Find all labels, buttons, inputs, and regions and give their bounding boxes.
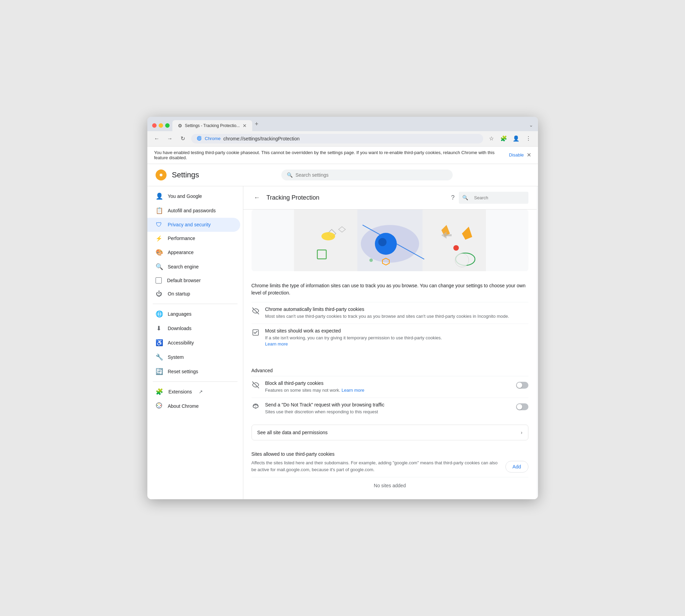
sidebar-label-appearance: Appearance [168, 250, 194, 255]
sidebar-item-system[interactable]: 🔧 System [147, 350, 240, 364]
site-data-section: See all site data and permissions › [243, 425, 537, 446]
learn-more-link-2[interactable]: Learn more [342, 388, 364, 393]
help-icon[interactable]: ? [451, 194, 454, 201]
content-search-input[interactable] [470, 193, 525, 202]
dnt-title: Send a "Do Not Track" request with your … [265, 402, 511, 407]
sidebar-item-on-startup[interactable]: ⏻ On startup [147, 287, 240, 301]
dnt-content: Send a "Do Not Track" request with your … [265, 402, 511, 415]
svg-point-23 [453, 245, 459, 251]
dnt-desc: Sites use their discretion when respondi… [265, 409, 511, 415]
back-button[interactable]: ← [152, 134, 162, 143]
sidebar-label-you-and-google: You and Google [168, 193, 202, 199]
cookie-limit-content: Chrome automatically limits third-party … [265, 306, 528, 319]
forward-button[interactable]: → [165, 134, 175, 143]
bookmark-button[interactable]: ☆ [487, 134, 496, 143]
maximize-button[interactable] [165, 123, 170, 128]
extensions-button[interactable]: 🧩 [499, 134, 509, 143]
sites-work-desc: If a site isn't working, you can try giv… [265, 335, 528, 347]
svg-point-20 [369, 259, 373, 262]
address-bar[interactable]: 🌀 Chrome chrome://settings/trackingProte… [191, 134, 483, 143]
settings-page-title: Settings [172, 171, 199, 179]
site-data-row[interactable]: See all site data and permissions › [252, 425, 528, 440]
search-engine-icon: 🔍 [156, 263, 162, 271]
right-spacer [537, 186, 538, 500]
sidebar-item-about[interactable]: About Chrome [147, 399, 240, 414]
person-icon: 👤 [156, 192, 162, 200]
sidebar-divider-1 [153, 304, 237, 304]
advanced-section: Advanced Block all third-party cookies [243, 357, 537, 425]
new-tab-button[interactable]: + [252, 121, 261, 131]
sidebar-item-accessibility[interactable]: ♿ Accessibility [147, 336, 240, 350]
sidebar-label-autofill: Autofill and passwords [168, 208, 216, 213]
sidebar-item-you-and-google[interactable]: 👤 You and Google [147, 189, 240, 203]
svg-point-4 [158, 403, 159, 404]
traffic-lights [152, 123, 170, 131]
sidebar-item-extensions[interactable]: 🧩 Extensions ↗ [147, 385, 243, 399]
no-sites-label: No sites added [252, 477, 528, 494]
profile-button[interactable]: 👤 [511, 134, 521, 143]
tab-favicon: ⚙ [178, 123, 182, 128]
svg-point-18 [378, 238, 387, 246]
active-tab[interactable]: ⚙ Settings - Tracking Protectio... ✕ [172, 120, 252, 131]
sites-desc: Affects the sites listed here and their … [252, 460, 500, 473]
sites-title: Sites allowed to use third-party cookies [252, 451, 528, 457]
about-icon [156, 402, 162, 410]
block-cookies-desc: Features on some sites may not work. Lea… [265, 387, 511, 393]
sidebar-label-about: About Chrome [168, 403, 199, 409]
system-icon: 🔧 [156, 353, 162, 361]
add-site-button[interactable]: Add [505, 461, 528, 473]
sidebar-divider-2 [153, 381, 237, 382]
info-bar: You have enabled testing third-party coo… [147, 147, 538, 164]
settings-header: Settings 🔍 [147, 164, 538, 186]
sidebar-label-downloads: Downloads [168, 326, 192, 331]
sidebar-item-privacy[interactable]: 🛡 Privacy and security [147, 218, 240, 232]
svg-point-1 [160, 174, 162, 176]
dnt-toggle[interactable] [516, 403, 528, 410]
sidebar-item-default-browser[interactable]: Default browser [147, 274, 240, 287]
sidebar-item-downloads[interactable]: ⬇ Downloads [147, 321, 240, 336]
sidebar-item-autofill[interactable]: 📋 Autofill and passwords [147, 203, 240, 218]
settings-container: 👤 You and Google 📋 Autofill and password… [147, 186, 538, 500]
content-page-title: Tracking Protection [267, 194, 447, 201]
reset-icon: 🔄 [156, 368, 162, 375]
cookie-limit-title: Chrome automatically limits third-party … [265, 306, 528, 312]
block-cookies-toggle[interactable] [516, 382, 528, 389]
info-bar-close-button[interactable]: ✕ [527, 152, 531, 158]
sidebar-item-appearance[interactable]: 🎨 Appearance [147, 245, 240, 260]
power-icon: ⏻ [156, 290, 162, 298]
extensions-external-link-icon: ↗ [199, 389, 203, 394]
sidebar-item-search-engine[interactable]: 🔍 Search engine [147, 260, 240, 274]
title-bar: ⚙ Settings - Tracking Protectio... ✕ + ⌄ [147, 117, 538, 131]
disable-link[interactable]: Disable [509, 152, 524, 158]
eye-blocked-icon [252, 307, 260, 316]
accessibility-icon: ♿ [156, 339, 162, 347]
sidebar-label-reset: Reset settings [168, 369, 198, 374]
advanced-label: Advanced [252, 362, 528, 376]
more-menu-button[interactable]: ⋮ [524, 134, 533, 143]
checkbox-icon [252, 329, 260, 338]
minimize-button[interactable] [159, 123, 163, 128]
svg-rect-7 [294, 210, 357, 271]
dnt-item: Send a "Do Not Track" request with your … [252, 398, 528, 419]
sidebar-item-reset[interactable]: 🔄 Reset settings [147, 364, 240, 379]
sidebar-label-performance: Performance [168, 236, 195, 241]
tab-close-button[interactable]: ✕ [243, 123, 247, 128]
settings-search-bar[interactable]: 🔍 [281, 169, 453, 180]
search-icon: 🔍 [287, 172, 293, 178]
block-cookies-item: Block all third-party cookies Features o… [252, 376, 528, 398]
sites-work-item: Most sites should work as expected If a … [252, 324, 528, 351]
tracking-back-button[interactable]: ← [252, 192, 262, 203]
sidebar-item-languages[interactable]: 🌐 Languages [147, 307, 240, 321]
sidebar-label-default-browser: Default browser [167, 278, 201, 283]
sidebar-item-performance[interactable]: ⚡ Performance [147, 232, 240, 245]
puzzle-icon: 🧩 [156, 388, 163, 395]
close-button[interactable] [152, 123, 157, 128]
sidebar-label-extensions: Extensions [169, 389, 192, 394]
reload-button[interactable]: ↻ [178, 134, 188, 143]
shield-icon: 🛡 [156, 221, 162, 228]
sidebar-label-on-startup: On startup [168, 291, 190, 297]
sidebar-label-privacy: Privacy and security [168, 222, 211, 227]
settings-search-input[interactable] [295, 172, 447, 178]
learn-more-link-1[interactable]: Learn more [265, 341, 288, 347]
chevron-right-icon: › [521, 430, 523, 435]
